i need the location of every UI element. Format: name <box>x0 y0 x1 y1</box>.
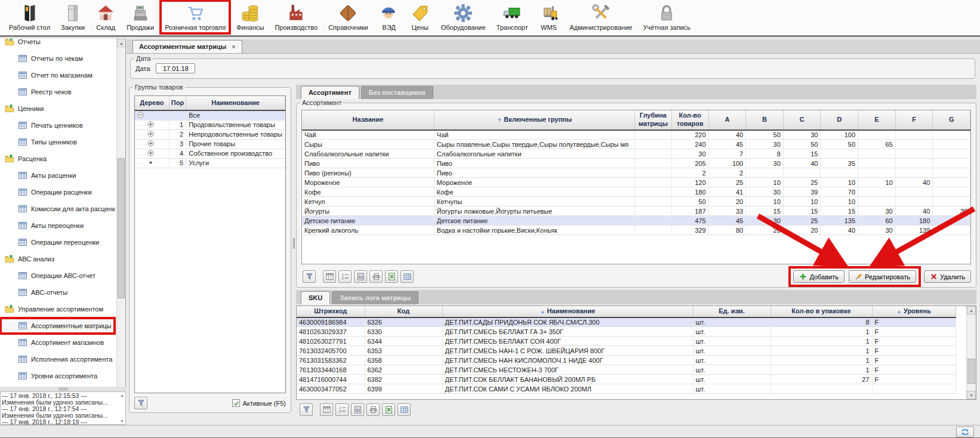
columns-icon[interactable] <box>320 403 333 416</box>
numbering-icon[interactable]: 12 <box>338 270 352 283</box>
scroll-up-icon[interactable]: ▲ <box>967 306 976 314</box>
assortment-row[interactable]: Детское питаниеДетское питание4754530251… <box>302 216 970 226</box>
sidebar-item-20[interactable]: Уровни ассортимента <box>0 368 115 384</box>
sidebar-item-3[interactable]: Реестр чеков <box>0 84 115 100</box>
toolbar-item-lock[interactable]: Учётная запись <box>640 2 694 32</box>
document-tab-assortment-matrices[interactable]: Ассортиментные матрицы × <box>132 40 242 53</box>
sidebar-item-4[interactable]: Ценники <box>0 100 115 117</box>
sidebar-item-15[interactable]: АВС-отчеты <box>0 284 115 301</box>
refresh-icon[interactable] <box>956 427 974 437</box>
scroll-up-icon[interactable]: ▲ <box>117 39 126 47</box>
column-header[interactable]: Штрихкод <box>297 306 365 317</box>
column-header[interactable]: Код <box>365 306 442 317</box>
toolbar-item-truck[interactable]: Транспорт <box>494 2 531 32</box>
toolbar-item-forklift[interactable]: WMS <box>536 2 562 32</box>
toolbar-item-shopping-cart[interactable]: Розничная торговля <box>162 2 229 32</box>
column-header[interactable]: Дерево <box>135 96 169 110</box>
sku-scrollbar-thumb[interactable] <box>967 359 975 384</box>
toolbar-item-cash-register[interactable]: Продажи <box>124 2 157 32</box>
column-header[interactable]: B <box>746 110 784 130</box>
column-header[interactable]: A <box>708 110 746 130</box>
sidebar-item-18[interactable]: Ассортимент магазинов <box>0 334 115 351</box>
sidebar-item-13[interactable]: АВС анализ <box>0 251 115 267</box>
column-header[interactable]: G <box>933 110 970 130</box>
tab-close-icon[interactable]: × <box>232 43 235 50</box>
toolbar-item-price-tag[interactable]: Цены <box>407 2 433 32</box>
sidebar-item-6[interactable]: Типы ценников <box>0 134 115 150</box>
assortment-row[interactable]: Пиво (регионы)Пиво22 <box>302 168 970 178</box>
sku-scrollbar[interactable]: ▲ ▼ <box>966 306 976 399</box>
assortment-row[interactable]: Слабоалкогольные напиткиСлабоалкогольные… <box>302 149 970 159</box>
add-button[interactable]: Добавить <box>793 270 845 283</box>
excel-icon[interactable] <box>382 403 395 416</box>
assortment-row[interactable]: ЙогуртыЙогурты ложковые,Йогурты питьевые… <box>302 206 970 216</box>
sidebar-item-16[interactable]: Управление ассортиментом <box>0 301 115 317</box>
sidebar-scrollbar-thumb[interactable] <box>118 158 125 298</box>
assortment-row[interactable]: ЧайЧай220405030100 <box>302 130 970 140</box>
sidebar-item-19[interactable]: Исполнения ассортимента <box>0 351 115 368</box>
sidebar-item-11[interactable]: Акты переоценки <box>0 217 115 234</box>
assortment-tab-1[interactable]: Без поставщиков <box>361 86 433 99</box>
sku-tab-1[interactable]: Запись лога матрицы <box>332 291 418 304</box>
vertical-splitter[interactable] <box>292 236 295 251</box>
sku-row[interactable]: 46300091869846326ДЕТ.ПИТ.САДЫ ПРИДОНЬЯ С… <box>297 317 956 327</box>
print-icon[interactable] <box>369 270 383 283</box>
numbering-icon[interactable]: 12 <box>335 403 349 416</box>
date-input[interactable] <box>156 63 195 73</box>
column-header[interactable]: F <box>895 110 933 130</box>
scroll-up-icon[interactable]: ▲ <box>120 393 124 397</box>
excel-icon[interactable] <box>385 270 398 283</box>
grid-icon[interactable] <box>397 403 411 416</box>
scroll-down-icon[interactable]: ▼ <box>967 391 976 399</box>
delete-button[interactable]: Удалить <box>924 270 971 283</box>
column-header[interactable]: D <box>821 110 858 130</box>
column-header[interactable]: Наименование <box>186 96 285 110</box>
column-header[interactable]: Пор <box>169 96 186 110</box>
group-row[interactable]: Все <box>135 110 285 120</box>
sidebar-item-7[interactable]: Расценка <box>0 150 115 167</box>
sku-row[interactable]: 76130315833626358ДЕТ.ПИТ.СМЕСЬ НАН КИСЛО… <box>297 356 956 365</box>
toolbar-item-customs[interactable]: ВЭД <box>376 2 402 32</box>
assortment-row[interactable]: ПивоПиво205100304035 <box>302 159 970 168</box>
column-header[interactable]: ▲Уровень <box>872 306 956 317</box>
assortment-row[interactable]: КетчупКетчупы5020101010 <box>302 197 970 206</box>
group-row[interactable]: ····1Продовольственные товары <box>135 120 285 129</box>
edit-button[interactable]: Редактировать <box>849 270 916 283</box>
column-header[interactable]: ▲Наименование <box>442 306 693 317</box>
sidebar-item-0[interactable]: Отчеты <box>0 39 115 50</box>
sidebar-item-12[interactable]: Операции переоценки <box>0 234 115 251</box>
grid-icon[interactable] <box>400 270 414 283</box>
sidebar-item-8[interactable]: Акты расценки <box>0 167 115 184</box>
toolbar-item-factory[interactable]: Производство <box>272 2 320 32</box>
column-header[interactable]: Кол-во товаров <box>671 110 708 130</box>
calculator-icon[interactable] <box>354 270 367 283</box>
toolbar-item-coins[interactable]: Финансы <box>233 2 267 32</box>
assortment-row[interactable]: Крепкий алкогольВодка и настойки горькие… <box>302 226 970 235</box>
sku-row[interactable]: 48102630277916344ДЕТ.ПИТ.СМЕСЬ БЕЛЛАКТ С… <box>297 337 956 346</box>
sku-row[interactable]: 46300034770526399ДЕТ.ПИТ.СОК САМИ С УСАМ… <box>297 384 956 394</box>
filter-icon[interactable] <box>134 397 147 409</box>
column-header[interactable]: E <box>858 110 896 130</box>
sku-row[interactable]: 76130334401686362ДЕТ.ПИТ.СМЕСЬ НЕСТОЖЕН-… <box>297 365 956 375</box>
toolbar-item-book[interactable]: Справочники <box>325 2 371 32</box>
assortment-row[interactable]: МороженоеМороженое120251025101040 <box>302 178 970 187</box>
sidebar-item-9[interactable]: Операции расценки <box>0 184 115 201</box>
sku-row[interactable]: 48147160007446382ДЕТ.ПИТ.СОК БЕЛЛАКТ БАН… <box>297 375 956 384</box>
filter-icon[interactable] <box>303 270 316 283</box>
assortment-tab-0[interactable]: Ассортимент <box>301 86 359 99</box>
toolbar-item-purchases[interactable]: Закупки <box>58 2 88 32</box>
toolbar-item-gear[interactable]: Оборудование <box>438 2 489 32</box>
group-row[interactable]: ····3Прочие товары <box>135 139 285 149</box>
group-row[interactable]: ····5Услуги <box>135 158 285 168</box>
sidebar-item-5[interactable]: Печать ценников <box>0 117 115 134</box>
sku-row[interactable]: 76130324057006353ДЕТ.ПИТ.СМЕСЬ НАН-1 С Р… <box>297 346 956 356</box>
assortment-row[interactable]: СырыСыры плавленые,Сыры твердые,Сыры пол… <box>302 140 970 149</box>
column-header[interactable]: Название <box>302 110 434 130</box>
horizontal-splitter[interactable] <box>0 387 126 391</box>
group-row[interactable]: ····2Непродовольственные товары <box>135 129 285 139</box>
sidebar-item-1[interactable]: Отчеты по чекам <box>0 50 115 67</box>
scroll-down-icon[interactable]: ▼ <box>120 419 124 423</box>
column-header[interactable]: ▼Включенные группы <box>434 110 634 130</box>
assortment-row[interactable]: КофеКофе18041303970 <box>302 187 970 197</box>
toolbar-item-desktop[interactable]: Рабочий стол <box>6 2 53 32</box>
